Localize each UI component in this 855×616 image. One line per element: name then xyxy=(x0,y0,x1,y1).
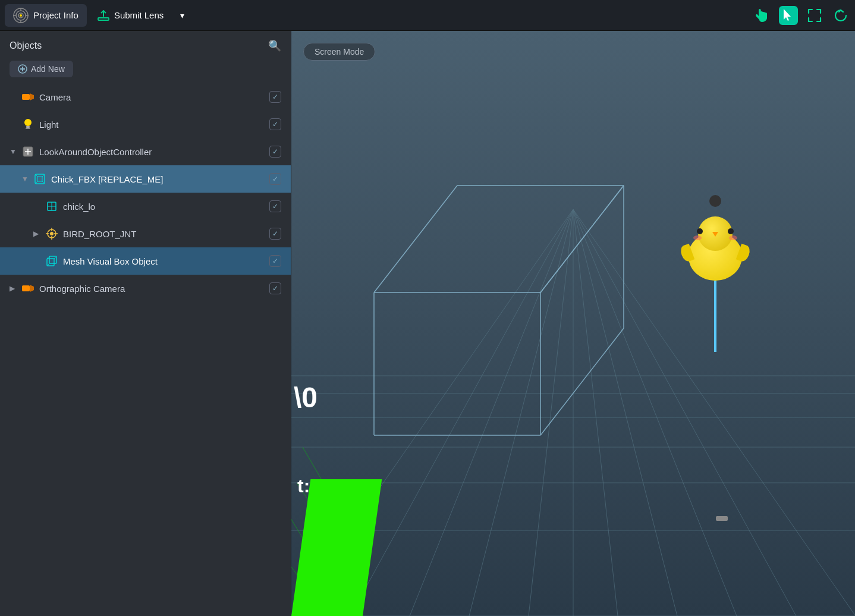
svg-line-49 xyxy=(529,209,573,616)
svg-line-46 xyxy=(350,209,573,616)
hand-icon xyxy=(755,8,770,23)
svg-rect-16 xyxy=(26,128,30,129)
dropdown-arrow-button[interactable]: ▾ xyxy=(174,4,190,27)
object-row-lookaround[interactable]: ▼ LookAroundObjectController xyxy=(0,138,291,165)
transform-handle xyxy=(716,516,728,521)
mesh-icon xyxy=(45,200,58,213)
viewport[interactable]: Screen Mode xyxy=(291,31,855,616)
expand-arrow-ortho[interactable]: ▶ xyxy=(10,284,19,293)
svg-rect-35 xyxy=(22,285,30,291)
svg-point-25 xyxy=(50,232,54,235)
ortho-camera-label: Orthographic Camera xyxy=(39,284,269,294)
project-info-button[interactable]: Project Info xyxy=(5,4,87,27)
object-row-camera[interactable]: Camera xyxy=(0,83,291,111)
chick-body xyxy=(689,233,742,281)
svg-line-52 xyxy=(573,209,677,616)
add-new-label: Add New xyxy=(31,64,65,74)
sidebar-header: Objects 🔍 xyxy=(0,31,291,58)
object-row-light[interactable]: Light xyxy=(0,111,291,138)
svg-line-47 xyxy=(410,209,573,616)
chick-wing-left xyxy=(679,244,694,263)
submit-lens-button[interactable]: Submit Lens xyxy=(89,4,172,27)
chick-beak xyxy=(712,232,718,237)
svg-line-65 xyxy=(540,186,624,293)
object-row-mesh-visual[interactable]: Mesh Visual Box Object xyxy=(0,247,291,275)
camera-icon xyxy=(21,90,34,103)
add-icon xyxy=(18,64,27,74)
submit-lens-label: Submit Lens xyxy=(114,10,164,20)
project-logo-icon xyxy=(13,8,29,23)
object-row-ortho-camera[interactable]: ▶ Orthographic Camera xyxy=(0,275,291,302)
expand-arrow-lookaround[interactable]: ▼ xyxy=(10,147,19,156)
svg-rect-8 xyxy=(98,18,109,20)
box-icon xyxy=(45,254,58,268)
cursor-icon xyxy=(781,8,796,23)
svg-rect-12 xyxy=(22,94,30,100)
upload-icon xyxy=(98,10,109,21)
svg-marker-36 xyxy=(30,285,34,292)
light-icon xyxy=(21,118,34,131)
lookaround-visibility[interactable] xyxy=(269,146,281,158)
svg-point-3 xyxy=(20,14,22,17)
svg-rect-37 xyxy=(291,31,855,616)
sidebar: Objects 🔍 Add New xyxy=(0,31,291,616)
object-list: Camera Light ▼ xyxy=(0,83,291,616)
fbx-icon xyxy=(33,172,46,186)
svg-line-54 xyxy=(573,209,796,616)
svg-line-48 xyxy=(469,209,573,616)
fullscreen-button[interactable] xyxy=(805,6,824,25)
svg-point-14 xyxy=(24,119,32,126)
camera-visibility[interactable] xyxy=(269,91,281,103)
controller-icon xyxy=(21,145,34,158)
light-visibility[interactable] xyxy=(269,118,281,130)
select-tool-button[interactable] xyxy=(779,6,798,25)
add-new-button[interactable]: Add New xyxy=(10,61,73,77)
expand-placeholder xyxy=(33,202,43,210)
svg-line-60 xyxy=(374,186,457,293)
sidebar-tools: Add New xyxy=(0,58,291,83)
mesh-visual-label: Mesh Visual Box Object xyxy=(63,256,269,266)
screen-mode-label: Screen Mode xyxy=(315,47,364,56)
ortho-camera-icon xyxy=(21,282,34,295)
joint-icon xyxy=(45,227,58,240)
chick-hat xyxy=(709,195,721,207)
reset-button[interactable] xyxy=(831,6,850,25)
chick-fbx-visibility[interactable] xyxy=(269,173,281,185)
mesh-visual-visibility[interactable] xyxy=(269,255,281,267)
reset-icon xyxy=(833,8,848,23)
expand-arrow-bird[interactable]: ▶ xyxy=(33,230,43,238)
search-icon[interactable]: 🔍 xyxy=(268,39,281,52)
topbar: Project Info Submit Lens ▾ xyxy=(0,0,855,31)
green-panel xyxy=(291,479,382,616)
ortho-camera-visibility[interactable] xyxy=(269,282,281,294)
expand-placeholder xyxy=(10,93,19,101)
camera-label: Camera xyxy=(39,92,269,102)
expand-placeholder xyxy=(10,120,19,128)
svg-line-51 xyxy=(573,209,618,616)
bird-root-visibility[interactable] xyxy=(269,228,281,240)
chick-cheek-left xyxy=(693,235,702,240)
sidebar-title: Objects xyxy=(10,40,42,51)
chick-cheek-right xyxy=(729,235,737,240)
object-row-chick-lo[interactable]: chick_lo xyxy=(0,193,291,220)
object-row-chick-fbx[interactable]: ▼ Chick_FBX [REPLACE_ME] xyxy=(0,165,291,193)
chick-stick xyxy=(714,281,716,352)
viewport-overlay-text: \0 xyxy=(291,381,318,414)
chick-eye-left xyxy=(697,228,703,234)
chick-lo-visibility[interactable] xyxy=(269,200,281,212)
fullscreen-icon xyxy=(807,8,822,23)
topbar-right xyxy=(753,6,850,25)
hand-tool-button[interactable] xyxy=(753,6,772,25)
viewport-grid xyxy=(291,31,855,616)
expand-arrow-chick[interactable]: ▼ xyxy=(21,175,31,183)
chick-lo-label: chick_lo xyxy=(63,202,269,212)
chick-eye-right xyxy=(728,228,734,234)
expand-placeholder xyxy=(33,257,43,265)
screen-mode-button[interactable]: Screen Mode xyxy=(303,43,375,61)
svg-marker-13 xyxy=(30,93,34,100)
object-row-bird-root[interactable]: ▶ BIRD_ROOT_JNT xyxy=(0,220,291,247)
topbar-left: Project Info Submit Lens ▾ xyxy=(5,4,190,27)
green-panel-text: t: xyxy=(297,475,310,497)
bird-root-label: BIRD_ROOT_JNT xyxy=(63,229,269,239)
chick-wing-right xyxy=(736,244,752,263)
